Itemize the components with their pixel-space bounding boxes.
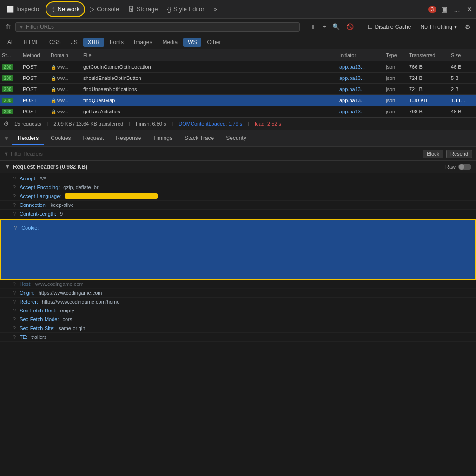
- throttle-arrow-icon: ▾: [454, 24, 457, 30]
- file-cell: findUnseenNotifications: [83, 86, 339, 92]
- add-icon[interactable]: +: [320, 22, 329, 31]
- tab-stack-trace[interactable]: Stack Trace: [179, 132, 219, 145]
- type-tab-media[interactable]: Media: [158, 38, 182, 47]
- more-icon: »: [214, 6, 217, 13]
- search-icon[interactable]: 🔍: [330, 22, 342, 31]
- header-value: cors: [63, 317, 73, 322]
- transferred-stats: 2.09 KB / 13.64 KB transferred: [53, 121, 123, 126]
- table-row[interactable]: 200 POST 🔒ww... findQuestMap app.ba13...…: [0, 95, 476, 106]
- overflow-menu-icon[interactable]: …: [452, 4, 462, 15]
- transferred-cell: 798 B: [409, 109, 451, 114]
- tab-cookies[interactable]: Cookies: [45, 132, 76, 145]
- domain-cell: 🔒ww...: [51, 98, 83, 103]
- throttle-select[interactable]: No Throttling ▾: [417, 22, 461, 32]
- type-tab-images[interactable]: Images: [129, 38, 157, 47]
- style-editor-icon: {}: [167, 6, 171, 13]
- close-icon[interactable]: ✕: [465, 4, 474, 15]
- type-tab-fonts[interactable]: Fonts: [105, 38, 128, 47]
- block-icon[interactable]: 🚫: [344, 22, 356, 31]
- stats-bar: ⏱ 15 requests | 2.09 KB / 13.64 KB trans…: [0, 117, 476, 130]
- inspector-label: Inspector: [16, 6, 41, 13]
- help-icon[interactable]: ?: [13, 193, 16, 199]
- col-header-status: St...: [2, 53, 23, 58]
- finish-time: Finish: 6.80 s: [136, 121, 166, 126]
- tab-response[interactable]: Response: [110, 132, 146, 145]
- header-value: www.codingame.com: [35, 281, 84, 287]
- type-tab-other[interactable]: Other: [202, 38, 225, 47]
- block-button[interactable]: Block: [423, 150, 443, 158]
- header-item: ? Sec-Fetch-Dest: empty: [0, 306, 476, 315]
- tab-storage[interactable]: 🗄 Storage: [124, 3, 163, 15]
- help-icon[interactable]: ?: [13, 202, 16, 208]
- table-row[interactable]: 200 POST 🔒ww... getLastActivities app.ba…: [0, 106, 476, 117]
- file-cell: findQuestMap: [83, 98, 339, 103]
- responsive-design-icon[interactable]: ▣: [439, 4, 449, 15]
- filter-divider2: [360, 22, 360, 32]
- header-value: gzip, deflate, br: [63, 185, 98, 190]
- tab-timings[interactable]: Timings: [147, 132, 178, 145]
- type-tab-all[interactable]: All: [3, 38, 18, 47]
- clock-icon: ⏱: [4, 121, 9, 126]
- settings-icon[interactable]: ⚙: [463, 22, 473, 32]
- type-tab-js[interactable]: JS: [66, 38, 82, 47]
- resend-button[interactable]: Resend: [446, 150, 472, 158]
- table-row[interactable]: 200 POST 🔒ww... findUnseenNotifications …: [0, 84, 476, 95]
- tab-more[interactable]: »: [209, 3, 222, 15]
- domain-cell: 🔒ww...: [51, 109, 83, 114]
- header-item: ? Sec-Fetch-Site: same-origin: [0, 324, 476, 333]
- file-cell: getCodinGamerOptinLocation: [83, 64, 339, 70]
- help-icon[interactable]: ?: [13, 185, 16, 190]
- header-item: ? Host: www.codingame.com: [0, 280, 476, 289]
- type-tab-html[interactable]: HTML: [19, 38, 44, 47]
- type-filter-tabs: All HTML CSS JS XHR Fonts Images Media W…: [0, 35, 476, 49]
- help-icon[interactable]: ?: [13, 325, 16, 331]
- raw-toggle-switch[interactable]: [458, 164, 471, 170]
- toggle-knob: [459, 164, 464, 170]
- help-icon[interactable]: ?: [13, 281, 16, 287]
- table-row[interactable]: 200 POST 🔒ww... shouldEnableOptinButton …: [0, 73, 476, 84]
- tab-network[interactable]: ↕ Network: [46, 1, 85, 17]
- tab-style-editor[interactable]: {} Style Editor: [162, 3, 209, 15]
- trash-icon[interactable]: 🗑: [3, 22, 13, 31]
- filter-bar: 🗑 ▼ ⏸ + 🔍 🚫 ☐ Disable Cache No Throttlin…: [0, 19, 476, 35]
- help-icon[interactable]: ?: [13, 317, 16, 322]
- help-icon[interactable]: ?: [13, 176, 16, 181]
- help-icon[interactable]: ?: [14, 225, 17, 231]
- pause-icon[interactable]: ⏸: [308, 22, 318, 31]
- type-tab-css[interactable]: CSS: [45, 38, 66, 47]
- disable-cache-button[interactable]: ☐ Disable Cache: [364, 22, 415, 32]
- col-header-type: Type: [386, 53, 409, 58]
- tab-console[interactable]: ▷ Console: [85, 3, 124, 15]
- help-icon[interactable]: ?: [13, 308, 16, 313]
- transferred-cell: 766 B: [409, 64, 451, 70]
- type-tab-xhr[interactable]: XHR: [83, 38, 104, 47]
- method-cell: POST: [23, 98, 51, 103]
- help-icon[interactable]: ?: [13, 290, 16, 296]
- col-header-initiator: Initiator: [339, 53, 386, 58]
- header-key: TE:: [20, 334, 27, 340]
- table-row[interactable]: 200 POST 🔒ww... getCodinGamerOptinLocati…: [0, 61, 476, 73]
- tab-request[interactable]: Request: [78, 132, 110, 145]
- col-header-transferred: Transferred: [409, 53, 451, 58]
- help-icon[interactable]: ?: [13, 334, 16, 340]
- initiator-cell: app.ba13...: [339, 109, 386, 114]
- help-icon[interactable]: ?: [13, 211, 16, 217]
- filter-headers-wrap: ▼ Filter Headers: [4, 151, 43, 157]
- header-value: same-origin: [59, 325, 85, 331]
- tab-inspector[interactable]: ⬜ Inspector: [2, 3, 46, 15]
- requests-count: 15 requests: [14, 121, 41, 126]
- request-headers-section[interactable]: ▼ Request Headers (0.982 KB) Raw: [0, 161, 476, 173]
- style-editor-label: Style Editor: [173, 6, 204, 13]
- header-value: 9: [60, 211, 63, 217]
- col-header-size: Size: [451, 53, 474, 58]
- tab-security[interactable]: Security: [220, 132, 251, 145]
- tab-headers[interactable]: Headers: [12, 132, 44, 145]
- help-icon[interactable]: ?: [13, 299, 16, 304]
- size-cell: 46 B: [451, 64, 474, 70]
- headers-list: ? Accept: */* ? Accept-Encoding: gzip, d…: [0, 173, 476, 219]
- filter-urls-input[interactable]: [26, 24, 297, 30]
- type-tab-ws[interactable]: WS: [183, 38, 201, 47]
- raw-toggle[interactable]: Raw: [445, 164, 471, 170]
- header-item: ? Connection: keep-alive: [0, 201, 476, 210]
- type-cell: json: [386, 75, 409, 81]
